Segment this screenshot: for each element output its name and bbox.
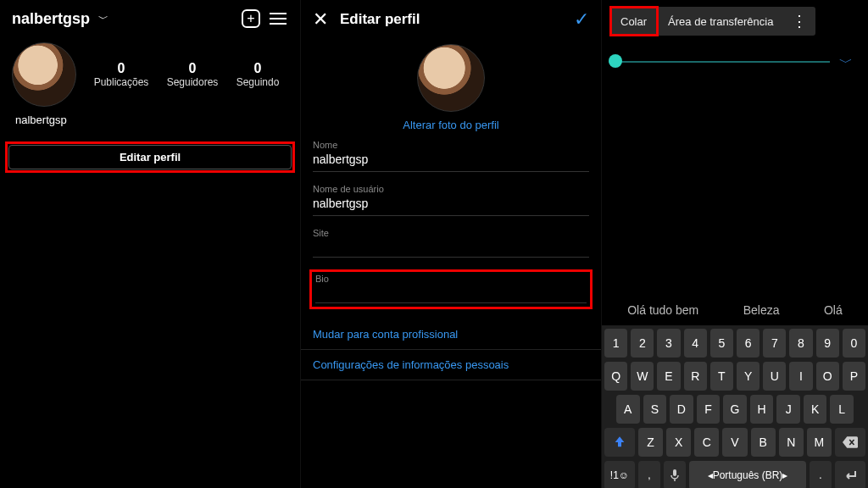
- kb-row-numbers: 1234567890: [604, 329, 865, 358]
- field-bio-value[interactable]: [315, 284, 587, 299]
- clipboard-menu-item[interactable]: Área de transferência: [657, 7, 783, 36]
- key-m[interactable]: M: [807, 428, 832, 457]
- field-username-value[interactable]: nalbertgsp: [313, 194, 589, 212]
- stat-posts[interactable]: 0 Publicações: [94, 61, 149, 88]
- cursor-handle-icon[interactable]: [609, 54, 622, 68]
- key-z[interactable]: Z: [638, 428, 663, 457]
- key-c[interactable]: C: [694, 428, 719, 457]
- key-f[interactable]: F: [697, 395, 721, 424]
- field-username[interactable]: Nome de usuário nalbertgsp: [313, 184, 589, 216]
- key-u[interactable]: U: [763, 362, 786, 391]
- key-q[interactable]: Q: [604, 362, 627, 391]
- kb-row-bottom: !1☺ , ◂ Português (BR) ▸ .: [604, 461, 865, 488]
- cursor-line: [609, 61, 830, 63]
- switch-professional-link[interactable]: Mudar para conta profissional: [301, 319, 601, 350]
- field-name[interactable]: Nome nalbertgsp: [313, 140, 589, 172]
- field-site-label: Site: [313, 228, 589, 238]
- new-post-icon[interactable]: +: [241, 8, 261, 29]
- stat-following-count: 0: [236, 61, 280, 76]
- avatar[interactable]: [417, 44, 485, 112]
- change-photo-link[interactable]: Alterar foto do perfil: [301, 119, 601, 131]
- field-name-value[interactable]: nalbertgsp: [313, 150, 589, 168]
- key-k[interactable]: K: [804, 395, 827, 424]
- suggestion-2[interactable]: Beleza: [743, 303, 780, 317]
- profile-header: nalbertgsp ﹀ +: [0, 0, 300, 37]
- text-cursor-track: ﹀: [602, 49, 868, 75]
- profile-stats-row: 0 Publicações 0 Seguidores 0 Seguindo: [0, 37, 300, 110]
- key-a[interactable]: A: [616, 395, 640, 424]
- username-dropdown[interactable]: nalbertgsp: [12, 10, 90, 28]
- key-5[interactable]: 5: [710, 329, 733, 358]
- edit-profile-panel: ✕ Editar perfil ✓ Alterar foto do perfil…: [301, 0, 602, 488]
- context-menu-row: Colar Área de transferência ⋮: [602, 0, 868, 42]
- key-x[interactable]: X: [666, 428, 691, 457]
- key-e[interactable]: E: [657, 362, 680, 391]
- backspace-key[interactable]: [835, 428, 865, 457]
- edit-title: Editar perfil: [340, 11, 562, 28]
- enter-key-icon[interactable]: [835, 461, 865, 488]
- field-site[interactable]: Site: [313, 228, 589, 258]
- key-8[interactable]: 8: [789, 329, 812, 358]
- stat-followers-label: Seguidores: [167, 76, 219, 88]
- key-j[interactable]: J: [776, 395, 800, 424]
- bio-input-panel: Colar Área de transferência ⋮ ﹀ Olá tudo…: [602, 0, 868, 488]
- comma-key[interactable]: ,: [638, 461, 660, 488]
- key-v[interactable]: V: [722, 428, 747, 457]
- suggestion-3[interactable]: Olá: [824, 303, 843, 317]
- key-h[interactable]: H: [750, 395, 774, 424]
- stat-followers-count: 0: [167, 61, 219, 76]
- shift-key[interactable]: [604, 428, 635, 457]
- key-1[interactable]: 1: [604, 329, 627, 358]
- key-0[interactable]: 0: [843, 329, 865, 358]
- key-b[interactable]: B: [751, 428, 776, 457]
- key-p[interactable]: P: [843, 362, 865, 391]
- stat-followers[interactable]: 0 Seguidores: [167, 61, 219, 88]
- key-7[interactable]: 7: [763, 329, 786, 358]
- menu-icon[interactable]: [268, 8, 288, 29]
- field-site-value[interactable]: [313, 238, 589, 253]
- key-w[interactable]: W: [631, 362, 654, 391]
- suggestion-bar: Olá tudo bem Beleza Olá: [602, 295, 868, 325]
- avatar[interactable]: [12, 42, 76, 107]
- key-s[interactable]: S: [643, 395, 667, 424]
- suggestion-1[interactable]: Olá tudo bem: [627, 303, 698, 317]
- key-t[interactable]: T: [710, 362, 733, 391]
- edit-profile-highlight: Editar perfil: [5, 141, 295, 173]
- key-n[interactable]: N: [779, 428, 804, 457]
- chevron-down-icon[interactable]: ﹀: [98, 12, 108, 26]
- more-menu-icon[interactable]: ⋮: [783, 7, 815, 36]
- key-d[interactable]: D: [670, 395, 693, 424]
- key-i[interactable]: I: [789, 362, 812, 391]
- key-g[interactable]: G: [723, 395, 747, 424]
- close-icon[interactable]: ✕: [313, 8, 328, 30]
- keyboard: 1234567890 QWERTYUIOP ASDFGHJKL ZXCVBNM …: [602, 325, 868, 488]
- mic-key-icon[interactable]: [664, 461, 686, 488]
- edit-profile-button[interactable]: Editar perfil: [8, 145, 292, 169]
- confirm-icon[interactable]: ✓: [574, 8, 589, 30]
- key-y[interactable]: Y: [737, 362, 760, 391]
- key-6[interactable]: 6: [737, 329, 760, 358]
- stat-following[interactable]: 0 Seguindo: [236, 61, 280, 88]
- key-3[interactable]: 3: [657, 329, 680, 358]
- key-9[interactable]: 9: [816, 329, 839, 358]
- field-username-label: Nome de usuário: [313, 184, 589, 194]
- stat-posts-count: 0: [94, 61, 149, 76]
- symbols-key[interactable]: !1☺: [604, 461, 635, 488]
- profile-panel: nalbertgsp ﹀ + 0 Publicações 0 Seguidore…: [0, 0, 301, 488]
- chevron-down-icon[interactable]: ﹀: [839, 54, 853, 72]
- key-o[interactable]: O: [816, 362, 839, 391]
- key-l[interactable]: L: [830, 395, 854, 424]
- key-r[interactable]: R: [684, 362, 707, 391]
- period-key[interactable]: .: [810, 461, 832, 488]
- context-menu: Colar Área de transferência ⋮: [610, 7, 815, 36]
- field-bio-label: Bio: [315, 274, 587, 284]
- paste-menu-item[interactable]: Colar: [610, 7, 657, 36]
- personal-info-link[interactable]: Configurações de informações pessoais: [301, 350, 601, 380]
- bio-highlight: Bio: [309, 269, 593, 309]
- field-name-label: Nome: [313, 140, 589, 150]
- keyboard-language: Português (BR): [713, 469, 783, 481]
- field-bio[interactable]: Bio: [315, 274, 587, 303]
- key-4[interactable]: 4: [684, 329, 707, 358]
- space-key[interactable]: ◂ Português (BR) ▸: [689, 461, 806, 488]
- key-2[interactable]: 2: [631, 329, 654, 358]
